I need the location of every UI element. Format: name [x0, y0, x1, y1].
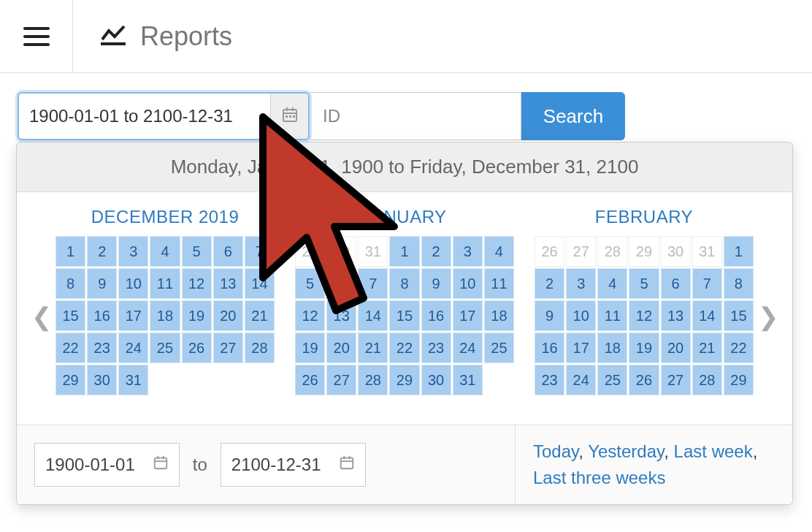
calendar-day[interactable]: 13: [326, 300, 356, 331]
calendar-day[interactable]: 4: [597, 268, 627, 299]
preset-today[interactable]: Today: [533, 441, 578, 461]
calendar-day[interactable]: 10: [566, 300, 596, 331]
calendar-day[interactable]: 7: [358, 268, 388, 299]
calendar-day[interactable]: 29: [389, 365, 419, 395]
calendar-day[interactable]: 31: [358, 236, 388, 267]
calendar-day[interactable]: 5: [295, 268, 325, 299]
calendar-day[interactable]: 11: [484, 268, 514, 299]
prev-month-button[interactable]: ❮: [27, 302, 55, 331]
calendar-day[interactable]: 25: [597, 365, 627, 395]
calendar-day[interactable]: 9: [421, 268, 451, 299]
calendar-day[interactable]: 3: [453, 236, 483, 267]
calendar-day[interactable]: 14: [692, 300, 722, 331]
calendar-day[interactable]: 20: [213, 300, 243, 331]
calendar-day[interactable]: 17: [566, 332, 596, 363]
preset-yesterday[interactable]: Yesterday: [588, 441, 664, 461]
calendar-day[interactable]: 22: [724, 332, 754, 363]
calendar-day[interactable]: 26: [629, 365, 659, 395]
calendar-day[interactable]: 26: [182, 332, 212, 363]
calendar-day[interactable]: 27: [213, 332, 243, 363]
calendar-day[interactable]: 10: [118, 268, 148, 299]
calendar-day[interactable]: 19: [295, 332, 325, 363]
calendar-day[interactable]: 15: [389, 300, 419, 331]
calendar-day[interactable]: 24: [566, 365, 596, 395]
calendar-day[interactable]: 26: [535, 236, 564, 267]
calendar-day[interactable]: 17: [453, 300, 483, 331]
calendar-day[interactable]: 3: [118, 236, 148, 267]
calendar-day[interactable]: 1: [55, 236, 85, 267]
calendar-day[interactable]: 12: [629, 300, 659, 331]
calendar-day[interactable]: 7: [692, 268, 722, 299]
calendar-day[interactable]: 28: [358, 365, 388, 395]
calendar-day[interactable]: 3: [566, 268, 596, 299]
calendar-day[interactable]: 6: [661, 268, 691, 299]
calendar-day[interactable]: 9: [87, 268, 117, 299]
calendar-day[interactable]: 26: [295, 365, 325, 395]
calendar-day[interactable]: 29: [295, 236, 325, 267]
calendar-day[interactable]: 21: [358, 332, 388, 363]
calendar-day[interactable]: 30: [87, 365, 117, 395]
next-month-button[interactable]: ❯: [754, 302, 782, 331]
calendar-day[interactable]: 15: [55, 300, 85, 331]
calendar-day[interactable]: 8: [389, 268, 419, 299]
calendar-day[interactable]: 6: [326, 268, 356, 299]
calendar-day[interactable]: 14: [358, 300, 388, 331]
calendar-day[interactable]: 23: [421, 332, 451, 363]
calendar-day[interactable]: 12: [182, 268, 212, 299]
calendar-day[interactable]: 16: [87, 300, 117, 331]
calendar-day[interactable]: 11: [597, 300, 627, 331]
calendar-day[interactable]: 29: [55, 365, 85, 395]
calendar-day[interactable]: 18: [484, 300, 514, 331]
calendar-day[interactable]: 24: [118, 332, 148, 363]
daterange-input[interactable]: [19, 106, 270, 126]
calendar-day[interactable]: 29: [629, 236, 659, 267]
calendar-day[interactable]: 16: [421, 300, 451, 331]
calendar-day[interactable]: 27: [661, 365, 691, 395]
to-date-field[interactable]: 2100-12-31: [221, 443, 366, 487]
calendar-day[interactable]: 31: [453, 365, 483, 395]
calendar-day[interactable]: 6: [213, 236, 243, 267]
calendar-day[interactable]: 22: [55, 332, 85, 363]
calendar-day[interactable]: 20: [661, 332, 691, 363]
calendar-day[interactable]: 13: [661, 300, 691, 331]
preset-last-three-weeks[interactable]: Last three weeks: [533, 468, 665, 487]
calendar-day[interactable]: 2: [421, 236, 451, 267]
calendar-day[interactable]: 31: [118, 365, 148, 395]
preset-last-week[interactable]: Last week: [674, 441, 753, 461]
calendar-day[interactable]: 4: [484, 236, 514, 267]
calendar-day[interactable]: 4: [150, 236, 180, 267]
calendar-day[interactable]: 28: [597, 236, 627, 267]
calendar-day[interactable]: 19: [182, 300, 212, 331]
calendar-day[interactable]: 5: [182, 236, 212, 267]
calendar-day[interactable]: 23: [535, 365, 564, 395]
menu-button[interactable]: [0, 0, 73, 73]
calendar-day[interactable]: 23: [87, 332, 117, 363]
calendar-day[interactable]: 29: [724, 365, 754, 395]
calendar-day[interactable]: 9: [535, 300, 564, 331]
search-button[interactable]: Search: [521, 92, 625, 140]
calendar-day[interactable]: 2: [535, 268, 564, 299]
from-date-field[interactable]: 1900-01-01: [34, 443, 180, 487]
calendar-day[interactable]: 25: [150, 332, 180, 363]
calendar-day[interactable]: 11: [150, 268, 180, 299]
calendar-day[interactable]: 31: [692, 236, 722, 267]
calendar-day[interactable]: 12: [295, 300, 325, 331]
calendar-day[interactable]: 27: [326, 365, 356, 395]
calendar-day[interactable]: 19: [629, 332, 659, 363]
id-input[interactable]: [310, 92, 521, 140]
calendar-day[interactable]: 8: [55, 268, 85, 299]
calendar-day[interactable]: 21: [245, 300, 275, 331]
calendar-day[interactable]: 22: [389, 332, 419, 363]
calendar-day[interactable]: 25: [484, 332, 514, 363]
calendar-day[interactable]: 18: [150, 300, 180, 331]
calendar-day[interactable]: 1: [389, 236, 419, 267]
calendar-day[interactable]: 14: [245, 268, 275, 299]
calendar-day[interactable]: 30: [661, 236, 691, 267]
calendar-day[interactable]: 21: [692, 332, 722, 363]
calendar-day[interactable]: 5: [629, 268, 659, 299]
calendar-day[interactable]: 1: [724, 236, 754, 267]
calendar-day[interactable]: 28: [692, 365, 722, 395]
calendar-day[interactable]: 28: [245, 332, 275, 363]
calendar-day[interactable]: 30: [421, 365, 451, 395]
calendar-day[interactable]: 18: [597, 332, 627, 363]
